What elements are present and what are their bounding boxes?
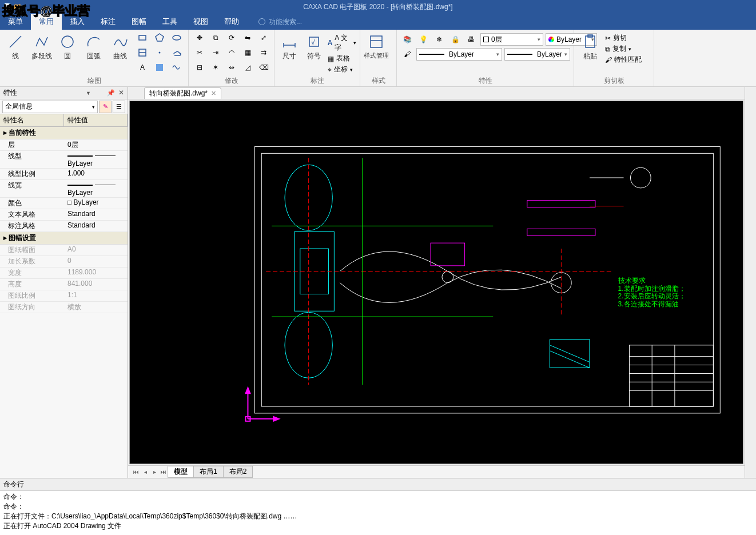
tab-first-icon[interactable]: ⏮ — [132, 469, 141, 475]
group-clip-label: 剪切板 — [578, 76, 650, 86]
tab-layout1[interactable]: 布局1 — [193, 466, 224, 478]
document-tab[interactable]: 转向桥装配图.dwg* ✕ — [144, 87, 221, 99]
svg-text:√: √ — [311, 38, 315, 46]
property-row[interactable]: 图纸幅面A0 — [0, 245, 128, 256]
rotate-icon[interactable]: ⟳ — [224, 31, 239, 45]
property-row[interactable]: 线型——— ByLayer — [0, 151, 128, 169]
offset-icon[interactable]: ⇉ — [256, 46, 271, 59]
wave-icon[interactable] — [169, 61, 185, 74]
canvas-column: 转向桥装配图.dwg* ✕ — [128, 87, 745, 478]
erase-icon[interactable]: ⌫ — [256, 61, 271, 74]
stylemgr-label: 样式管理 — [364, 51, 389, 60]
coord-item-label: 坐标 — [334, 65, 348, 74]
mirror-icon[interactable]: ⇋ — [240, 31, 255, 45]
tab-prev-icon[interactable]: ◂ — [141, 469, 150, 475]
text-item-label: A 文字 — [335, 33, 351, 53]
matchprop-item[interactable]: 🖌 特性匹配 — [605, 55, 642, 65]
group-layer: 📚 💡 ❄ 🔒 🖶 0层▾ ByLayer▾ 🖌 ByLayer▾ ByLaye… — [397, 30, 574, 86]
close-icon[interactable]: ✕ — [118, 89, 124, 97]
dimension-button[interactable]: 尺寸 — [278, 31, 300, 61]
layer-print-icon[interactable]: 🖶 — [464, 33, 478, 46]
property-row[interactable]: 图纸方向横放 — [0, 302, 128, 313]
svg-text:技术要求: 技术要求 — [618, 277, 646, 285]
property-row[interactable]: 线型比例1.000 — [0, 169, 128, 180]
command-area: 命令行 命令： 命令： 正在打开文件：C:\Users\liao_\AppDat… — [0, 478, 756, 535]
cloud-icon[interactable] — [169, 46, 185, 59]
layer-freeze-icon[interactable]: ❄ — [432, 33, 446, 46]
ellipse-icon[interactable] — [169, 31, 185, 45]
text-icon[interactable]: A — [134, 61, 150, 74]
menu-bar: 菜单 常用 插入 标注 图幅 工具 视图 帮助 功能搜索... — [0, 14, 756, 30]
polygon-icon[interactable] — [152, 31, 168, 45]
layer-on-icon[interactable]: 💡 — [416, 33, 430, 46]
break-icon[interactable]: ⊟ — [192, 61, 207, 74]
stylemgr-button[interactable]: 样式管理 — [364, 31, 389, 60]
fillet-icon[interactable]: ◠ — [224, 46, 239, 59]
work-area: 特性 ▼ 📌 ✕ 全局信息▾ ✎ ☰ 特性名 特性值 ▸ 当前特性 层0层线型—… — [0, 87, 756, 478]
table-item-label: 表格 — [336, 54, 350, 63]
dropdown-icon[interactable]: ▼ — [86, 90, 91, 96]
property-row[interactable]: 高度841.000 — [0, 279, 128, 290]
tab-layout2[interactable]: 布局2 — [223, 466, 253, 478]
table-item[interactable]: ▦表格 — [328, 54, 356, 63]
side-tabs — [745, 87, 756, 478]
extend-icon[interactable]: ⇥ — [208, 46, 223, 59]
tab-next-icon[interactable]: ▸ — [150, 469, 159, 475]
tab-tools[interactable]: 工具 — [154, 14, 185, 30]
spline-button[interactable]: 曲线 — [108, 31, 132, 61]
tab-sheet[interactable]: 图幅 — [124, 14, 154, 30]
chamfer-icon[interactable]: ◿ — [240, 61, 255, 74]
explode-icon[interactable]: ✶ — [208, 61, 223, 74]
circle-button[interactable]: 圆 — [56, 31, 80, 61]
group-clip: 粘贴 ✂ 剪切 ⧉ 复制▾ 🖌 特性匹配 剪切板 — [574, 30, 654, 86]
coord-item[interactable]: ⌖坐标▾ — [328, 65, 356, 74]
text-item[interactable]: AA 文字▾ — [328, 33, 356, 53]
property-row[interactable]: 文本风格Standard — [0, 209, 128, 221]
property-row[interactable]: 标注风格Standard — [0, 221, 128, 232]
scale-icon[interactable]: ⤢ — [256, 31, 271, 45]
pin-icon[interactable]: 📌 — [107, 89, 115, 97]
copy-icon[interactable]: ⧉ — [208, 31, 223, 45]
fill-icon[interactable] — [152, 61, 168, 74]
cut-item[interactable]: ✂ 剪切 — [605, 33, 642, 43]
trim-icon[interactable]: ✂ — [192, 46, 207, 59]
tab-help[interactable]: 帮助 — [216, 14, 247, 30]
layer-lock-icon[interactable]: 🔒 — [448, 33, 462, 46]
ltype-combo[interactable]: ByLayer▾ — [416, 48, 502, 61]
tab-view[interactable]: 视图 — [185, 14, 216, 30]
line-button[interactable]: 线 — [3, 31, 27, 61]
polyline-button[interactable]: 多段线 — [30, 31, 54, 61]
ribbon-search[interactable]: 功能搜索... — [258, 17, 302, 27]
arc-button[interactable]: 圆弧 — [82, 31, 106, 61]
paste-button[interactable]: 粘贴 — [578, 31, 603, 61]
property-row[interactable]: 层0层 — [0, 139, 128, 151]
spline-label: 曲线 — [113, 51, 127, 61]
layer-combo[interactable]: 0层▾ — [480, 33, 543, 46]
selector-combo[interactable]: 全局信息▾ — [2, 101, 98, 113]
layer-mgr-icon[interactable]: 📚 — [400, 33, 414, 46]
rect-icon[interactable] — [134, 31, 150, 45]
quick-select-icon[interactable]: ✎ — [99, 101, 112, 113]
copy-item[interactable]: ⧉ 复制▾ — [605, 44, 642, 54]
section-sheet: ▸ 图幅设置 — [0, 232, 128, 245]
property-row[interactable]: 宽度1189.000 — [0, 268, 128, 279]
array-icon[interactable]: ▦ — [240, 46, 255, 59]
point-icon[interactable] — [152, 46, 168, 59]
filter-icon[interactable]: ☰ — [113, 101, 125, 113]
property-row[interactable]: 图纸比例1:1 — [0, 290, 128, 302]
property-row[interactable]: 颜色□ ByLayer — [0, 198, 128, 209]
tab-dim[interactable]: 标注 — [93, 14, 124, 30]
symbol-button[interactable]: √ 符号 — [303, 31, 325, 61]
property-row[interactable]: 线宽——— ByLayer — [0, 180, 128, 198]
hatch-icon[interactable] — [134, 46, 150, 59]
drawing-canvas[interactable]: 技术要求 1.装配时加注润滑脂； 2.安装后应转动灵活； 3.各连接处不得漏油 — [129, 101, 743, 464]
stretch-icon[interactable]: ⇔ — [224, 61, 239, 74]
move-icon[interactable]: ✥ — [192, 31, 207, 45]
tab-close-icon[interactable]: ✕ — [211, 90, 216, 97]
tab-last-icon[interactable]: ⏭ — [159, 469, 168, 475]
tab-model[interactable]: 模型 — [168, 466, 194, 478]
match-icon[interactable]: 🖌 — [400, 48, 414, 61]
lweight-combo[interactable]: ByLayer▾ — [504, 48, 570, 61]
property-row[interactable]: 加长系数0 — [0, 256, 128, 268]
command-log[interactable]: 命令： 命令： 正在打开文件：C:\Users\liao_\AppData\Lo… — [0, 491, 756, 532]
